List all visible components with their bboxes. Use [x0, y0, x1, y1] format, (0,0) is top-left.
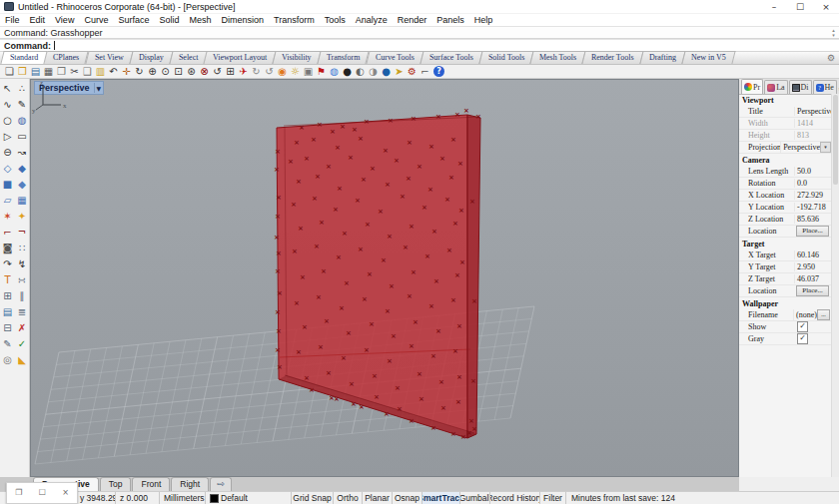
units-field[interactable]: Millimeters	[160, 492, 206, 504]
named-cplane-icon[interactable]: ◉	[276, 65, 289, 78]
menu-surface[interactable]: Surface	[113, 14, 154, 26]
options-gear-icon[interactable]: ⚙	[406, 65, 419, 78]
toolbar-tab-set-view[interactable]: Set View	[85, 51, 133, 64]
surface-corner-icon[interactable]: ◆	[18, 162, 26, 176]
undo-view-icon[interactable]: ↺	[211, 65, 224, 78]
viewport-tab-new-icon[interactable]: ⇨	[210, 477, 232, 491]
shaded-view-icon[interactable]: ◐	[354, 65, 367, 78]
edit-copy-page-icon[interactable]: ❐	[55, 65, 68, 78]
panel-tab-layers[interactable]: La	[764, 80, 787, 94]
command-history-scrollbar[interactable]: ▴▾	[828, 28, 839, 38]
menu-dimension[interactable]: Dimension	[216, 14, 269, 26]
panel-tab-display[interactable]: Di	[789, 80, 812, 94]
four-viewports-icon[interactable]: ⊞	[224, 65, 237, 78]
menu-edit[interactable]: Edit	[25, 14, 51, 26]
distribute-icon[interactable]: ≣	[18, 305, 26, 319]
toolbar-tab-new-in-v5[interactable]: New in V5	[682, 51, 736, 64]
property-value[interactable]: 50.0	[794, 167, 831, 176]
panel-tab-properties[interactable]: Pr	[741, 79, 763, 94]
undo-icon[interactable]: ↶	[107, 65, 120, 78]
cut-icon[interactable]: ✂	[68, 65, 81, 78]
viewport-title-dropdown-icon[interactable]: ▼	[97, 85, 102, 92]
menu-curve[interactable]: Curve	[79, 14, 113, 26]
restore-button[interactable]: ❐	[15, 488, 22, 498]
toolbar-tab-transform[interactable]: Transform	[318, 51, 371, 64]
maximize-button[interactable]: ☐	[39, 488, 46, 498]
minimize-button[interactable]: –	[761, 0, 787, 13]
maximize-button[interactable]: ☐	[787, 0, 813, 13]
copy-icon[interactable]: ❑	[81, 65, 94, 78]
menu-analyze[interactable]: Analyze	[351, 14, 393, 26]
property-value[interactable]: -192.718	[794, 203, 831, 212]
property-value[interactable]: 2.950	[794, 262, 831, 271]
property-value[interactable]: 0.0	[794, 179, 831, 188]
close-button[interactable]: ×	[813, 0, 839, 13]
viewport-tab-right[interactable]: Right	[171, 477, 209, 491]
named-view-icon[interactable]: ↺	[263, 65, 276, 78]
boolean-union-icon[interactable]: ⌐	[3, 226, 11, 240]
property-value[interactable]: 272.929	[794, 191, 831, 200]
status-pane-gumball[interactable]: Gumball	[460, 492, 490, 504]
toolbar-tab-drafting[interactable]: Drafting	[639, 51, 685, 64]
status-pane-planar[interactable]: Planar	[363, 492, 393, 504]
trim-icon[interactable]: T	[4, 273, 10, 287]
object-properties-icon[interactable]: ◍	[328, 65, 341, 78]
panel-scrollbar[interactable]	[831, 94, 839, 477]
menu-view[interactable]: View	[50, 14, 79, 26]
property-value[interactable]: Perspective	[794, 107, 831, 116]
ellipse-icon[interactable]: ⊖	[3, 146, 11, 160]
hatch-icon[interactable]: ∥	[20, 289, 25, 303]
place-button[interactable]: Place...	[796, 285, 829, 296]
menu-panels[interactable]: Panels	[431, 14, 469, 26]
filename-field[interactable]: (none)...	[793, 309, 831, 320]
gray-checkbox[interactable]: ✓	[797, 333, 808, 344]
new-file-icon[interactable]: ❏	[3, 65, 16, 78]
help-icon[interactable]: ?	[433, 66, 444, 77]
array-grid-icon[interactable]: ⊞	[3, 289, 11, 303]
property-value[interactable]: 85.636	[794, 215, 831, 224]
selection-filter-icon[interactable]: ➤	[393, 65, 406, 78]
toolbar-tab-display[interactable]: Display	[129, 51, 173, 64]
select-arrow-icon[interactable]: ↖	[3, 82, 11, 96]
show-checkbox[interactable]: ✓	[797, 321, 808, 332]
zoom-dynamic-icon[interactable]: ⊙	[159, 65, 172, 78]
paste-icon[interactable]: ▥	[94, 65, 107, 78]
toolbar-tab-viewport-layout[interactable]: Viewport Layout	[203, 51, 277, 64]
scoop-icon[interactable]: ◣	[18, 353, 26, 367]
open-file-icon[interactable]: ❒	[16, 65, 29, 78]
polygon-icon[interactable]: ▷	[4, 130, 12, 144]
zoom-icon[interactable]: ⊕	[146, 65, 159, 78]
curve-x-marks-icon[interactable]: ✗	[18, 321, 26, 335]
viewport-tab-top[interactable]: Top	[100, 477, 132, 491]
toolbar-tab-visibility[interactable]: Visibility	[273, 51, 322, 64]
polyline-icon[interactable]: ∿	[3, 98, 11, 112]
menu-tools[interactable]: Tools	[320, 14, 351, 26]
point-cloud-icon[interactable]: ∷	[19, 242, 25, 255]
chevron-down-icon[interactable]: ▾	[820, 142, 831, 153]
toolbar-tab-standard[interactable]: Standard	[0, 51, 48, 64]
menu-transform[interactable]: Transform	[269, 14, 320, 26]
plane-surface-icon[interactable]: ▱	[4, 194, 12, 208]
extrude-icon[interactable]: ◆	[18, 178, 26, 192]
menu-mesh[interactable]: Mesh	[184, 14, 216, 26]
close-button[interactable]: ×	[62, 488, 69, 498]
zoom-window-icon[interactable]: ⊡	[172, 65, 185, 78]
point-icon[interactable]: ∴	[19, 82, 25, 96]
toolbar-tab-surface-tools[interactable]: Surface Tools	[420, 51, 482, 64]
toolbar-tab-mesh-tools[interactable]: Mesh Tools	[530, 51, 587, 64]
history-steps-icon[interactable]: ⌐	[419, 65, 431, 78]
menu-file[interactable]: File	[0, 14, 25, 26]
viewport-tab-front[interactable]: Front	[132, 477, 170, 491]
menu-help[interactable]: Help	[469, 14, 498, 26]
toolbar-tab-solid-tools[interactable]: Solid Tools	[478, 51, 534, 64]
mesh-tool-icon[interactable]: ▦	[17, 194, 26, 208]
cylinder-icon[interactable]: ◎	[3, 353, 12, 367]
layer-flag-icon[interactable]: ⚑	[315, 65, 328, 78]
status-pane-ortho[interactable]: Ortho	[334, 492, 363, 504]
toolbar-tab-cplanes[interactable]: CPlanes	[44, 51, 89, 64]
sphere-icon[interactable]: ◍	[18, 114, 27, 128]
browse-button[interactable]: ...	[817, 309, 830, 320]
current-layer-field[interactable]: Default	[206, 492, 292, 504]
render-icon[interactable]: ●	[341, 65, 354, 78]
set-cplane-icon[interactable]: ✈	[237, 65, 250, 78]
